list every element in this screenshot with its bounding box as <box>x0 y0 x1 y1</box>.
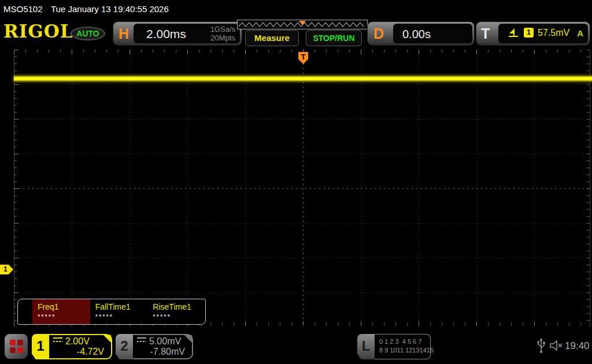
delay-label: D <box>373 25 384 42</box>
trigger-panel[interactable]: T 1 57.5mV A <box>476 22 590 45</box>
digital-channels-row2: 8 9 1011 12131415 <box>379 346 430 355</box>
right-axis-line <box>590 50 590 327</box>
stop-run-button[interactable]: STOP/RUN <box>306 30 362 46</box>
channel1-ground-marker[interactable]: 1 <box>0 265 13 274</box>
measurement-value: ***** <box>38 313 90 320</box>
trigger-sweep-mode: A <box>577 28 583 38</box>
rigol-logo: RIGOL <box>3 21 73 42</box>
dc-coupling-icon <box>53 337 63 343</box>
grid-line-horizontal <box>14 84 590 85</box>
measure-button[interactable]: Measure <box>245 30 299 46</box>
bottom-bar: 1 2.00V -4.72V 2 <box>0 327 592 364</box>
speaker-muted-icon[interactable] <box>550 340 564 351</box>
timebase-value: 2.00ms <box>146 27 186 41</box>
main-menu-button[interactable] <box>5 334 28 359</box>
trigger-edge-icon <box>508 28 519 38</box>
model-name: MSO5102 <box>3 4 43 14</box>
measurement-item-risetime1[interactable]: RiseTime1 ***** <box>147 299 205 324</box>
trigger-inner: 1 57.5mV A <box>498 24 588 43</box>
sample-rate: 1GSa/s <box>210 25 235 34</box>
channel1-number[interactable]: 1 <box>32 334 49 359</box>
delay-panel[interactable]: D 0.00s <box>368 22 474 45</box>
channel1-badge[interactable]: 1 2.00V -4.72V <box>32 334 112 359</box>
horizontal-label: H <box>119 25 129 42</box>
usb-icon <box>536 337 546 354</box>
grid-center-horizontal <box>14 188 590 189</box>
channel2-badge[interactable]: 2 5.00mV -7.80mV <box>116 334 193 359</box>
memory-depth: 20Mpts <box>210 34 235 42</box>
memory-position-bar[interactable] <box>237 20 368 29</box>
date-time: Tue January 13 19:40:55 2026 <box>51 4 169 14</box>
trigger-position-marker[interactable]: T <box>298 52 308 64</box>
digital-channels-row1: 0 1 2 3 4 5 6 7 <box>379 337 430 346</box>
delay-inner: 0.00s <box>393 24 472 43</box>
measurement-value: ***** <box>95 313 148 320</box>
channel1-scale: 2.00V <box>65 336 90 346</box>
grid-line-vertical <box>534 50 535 325</box>
channel2-offset: -7.80mV <box>136 347 187 357</box>
header-bar: RIGOL AUTO H 2.00ms 1GSa/s 20Mpts Measur… <box>0 17 592 50</box>
horizontal-inner: 2.00ms 1GSa/s 20Mpts <box>134 24 240 43</box>
channel2-scale: 5.00mV <box>149 336 181 346</box>
grid-line-vertical <box>476 50 477 325</box>
grid-line-horizontal <box>14 292 590 293</box>
measurement-name: Freq1 <box>38 302 90 311</box>
memory-trigger-position-icon <box>299 21 306 25</box>
channel1-info: 2.00V -4.72V <box>49 334 112 359</box>
measurement-item-falltime1[interactable]: FallTime1 ***** <box>90 299 148 324</box>
measurement-value: ***** <box>153 313 205 320</box>
horizontal-panel[interactable]: H 2.00ms 1GSa/s 20Mpts <box>113 22 242 45</box>
logic-analyzer-label[interactable]: L <box>357 334 375 359</box>
grid-line-horizontal <box>14 258 590 258</box>
grid-line-horizontal <box>14 223 590 224</box>
delay-value: 0.00s <box>402 28 431 41</box>
grid-line-vertical <box>187 50 188 325</box>
status-bar: MSO5102 Tue January 13 19:40:55 2026 <box>0 0 592 17</box>
menu-grid-icon <box>10 340 23 353</box>
grid-line-horizontal <box>14 154 590 154</box>
grid-center-vertical <box>303 50 304 325</box>
channel1-offset: -4.72V <box>53 347 106 357</box>
grid-line-vertical <box>130 50 130 325</box>
trigger-level-value: 57.5mV <box>538 28 569 38</box>
dc-coupling-icon <box>136 337 147 343</box>
waveform-area[interactable]: T 1 Freq1 ***** FallTime1 ***** RiseTime… <box>0 50 592 327</box>
logic-analyzer-badge[interactable]: L 0 1 2 3 4 5 6 7 8 9 1011 12131415 <box>357 334 431 359</box>
channel1-corner-fold <box>103 335 111 343</box>
channel2-info: 5.00mV -7.80mV <box>133 334 193 359</box>
grid-line-vertical <box>72 50 72 325</box>
clock: 19:40 <box>565 340 590 352</box>
grid-line-vertical <box>419 50 419 325</box>
measurement-name: FallTime1 <box>95 302 148 311</box>
grid-line-vertical <box>245 50 246 325</box>
sample-rate-stack: 1GSa/s 20Mpts <box>210 25 235 42</box>
measurement-results-box[interactable]: Freq1 ***** FallTime1 ***** RiseTime1 **… <box>17 299 206 325</box>
channel1-trace <box>14 76 592 81</box>
acquire-mode-badge: AUTO <box>71 27 105 40</box>
digital-channels-list: 0 1 2 3 4 5 6 7 8 9 1011 12131415 <box>375 334 431 359</box>
channel2-number[interactable]: 2 <box>116 334 133 359</box>
trigger-label: T <box>481 25 490 42</box>
grid-line-vertical <box>361 50 361 325</box>
oscilloscope-screen: MSO5102 Tue January 13 19:40:55 2026 RIG… <box>0 0 592 364</box>
channel2-corner-fold <box>184 335 192 343</box>
measurement-item-freq1[interactable]: Freq1 ***** <box>32 299 90 324</box>
trigger-source-badge: 1 <box>524 28 534 38</box>
measurement-name: RiseTime1 <box>153 302 205 311</box>
grid-line-horizontal <box>14 119 590 120</box>
